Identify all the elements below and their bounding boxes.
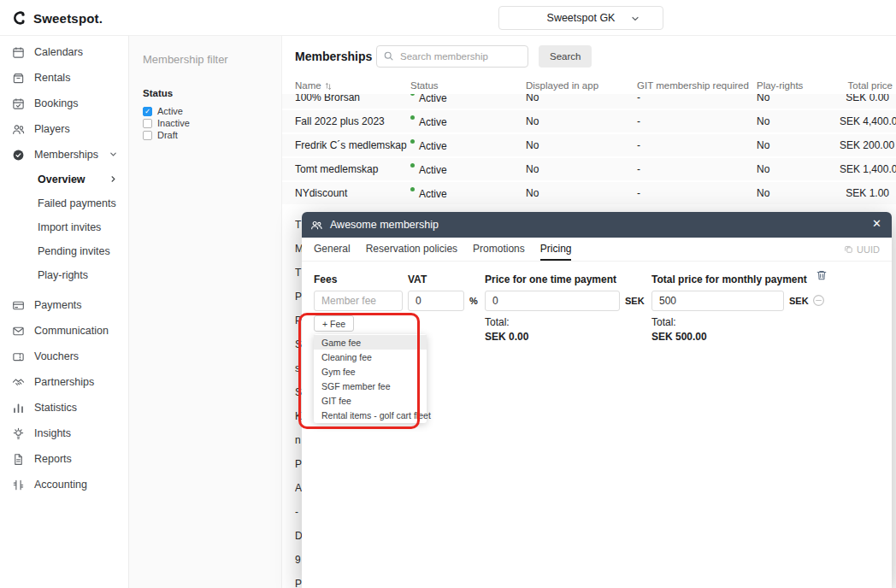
checkbox-unchecked-icon — [143, 119, 152, 128]
table-row[interactable]: NYdiscount Active No - No SEK 1.00 — [282, 182, 896, 204]
search-input[interactable] — [376, 45, 528, 68]
fee-option-cleaning-fee[interactable]: Cleaning fee — [314, 350, 427, 364]
sidebar-item-communication[interactable]: Communication — [0, 318, 128, 344]
sidebar-item-calendars[interactable]: Calendars — [0, 39, 128, 65]
cell-displayed: No — [526, 187, 637, 199]
total-label: Total: — [651, 316, 707, 328]
filter-option-label: Inactive — [157, 118, 190, 128]
sidebar-item-label: Accounting — [34, 479, 87, 491]
column-header-total-price: Total price — [840, 80, 893, 91]
sidebar-item-accounting[interactable]: Accounting — [0, 472, 128, 497]
sidebar-item-memberships[interactable]: Memberships — [0, 142, 128, 168]
sidebar-item-label: Statistics — [34, 402, 77, 414]
one-time-price-input[interactable] — [485, 291, 620, 311]
monthly-total: Total: SEK 500.00 — [651, 316, 707, 343]
column-header-status: Status — [410, 80, 526, 91]
column-header-git: GIT membership required — [637, 80, 757, 91]
table-row[interactable]: Fredrik C´s medlemskap Active No - No SE… — [282, 134, 896, 156]
rentals-icon — [12, 72, 25, 85]
filter-option-draft[interactable]: Draft — [143, 130, 268, 140]
minus-circle-icon — [812, 297, 825, 309]
sidebar-item-import-invites[interactable]: Import invites — [0, 215, 128, 239]
sidebar-item-label: Calendars — [34, 46, 83, 58]
currency-suffix: SEK — [789, 296, 809, 306]
cell-displayed: No — [526, 94, 637, 103]
status-active-dot — [410, 187, 415, 191]
add-fee-button[interactable]: + Fee — [314, 315, 354, 332]
sidebar-item-overview[interactable]: Overview — [0, 168, 128, 191]
fee-option-gym-fee[interactable]: Gym fee — [314, 364, 427, 379]
cell-name: Fredrik C´s medlemskap — [295, 139, 410, 151]
close-icon[interactable]: ✕ — [872, 218, 881, 229]
status-active-dot — [410, 115, 415, 120]
cell-status: Active — [410, 139, 526, 152]
search-button[interactable]: Search — [539, 45, 592, 68]
checkbox-checked-icon: ✓ — [143, 107, 152, 116]
status-active-dot — [410, 94, 415, 96]
tab-promotions[interactable]: Promotions — [473, 238, 525, 261]
column-header-name: Name — [295, 80, 410, 91]
monthly-price-input[interactable] — [651, 291, 784, 311]
document-icon — [12, 453, 25, 466]
club-selector-value: Sweetspot GK — [547, 12, 616, 24]
memberships-icon — [12, 149, 25, 162]
one-time-price-field-group: SEK — [485, 291, 645, 311]
chevron-down-icon — [630, 14, 640, 24]
bar-chart-icon — [12, 402, 25, 415]
sidebar-item-payments[interactable]: Payments — [0, 292, 128, 318]
players-icon — [12, 123, 25, 136]
filter-option-active[interactable]: ✓ Active — [143, 106, 268, 116]
handshake-icon — [12, 376, 25, 389]
checkbox-unchecked-icon — [143, 131, 152, 140]
cell-play-rights: No — [757, 94, 840, 103]
table-row[interactable]: 100% Brorsan Active No - No SEK 0.00 — [282, 94, 896, 109]
fee-option-git-fee[interactable]: GIT fee — [314, 393, 427, 408]
sidebar-item-reports[interactable]: Reports — [0, 446, 128, 472]
sidebar-item-pending-invites[interactable]: Pending invites — [0, 239, 128, 263]
tab-general[interactable]: General — [314, 238, 351, 261]
column-header-displayed: Displayed in app — [526, 80, 637, 91]
sidebar-item-bookings[interactable]: Bookings — [0, 91, 128, 116]
remove-fee-row-button[interactable] — [812, 294, 825, 307]
sidebar-item-rentals[interactable]: Rentals — [0, 65, 128, 91]
table-row[interactable]: Fall 2022 plus 2023 Active No - No SEK 4… — [282, 110, 896, 132]
cell-name: 100% Brorsan — [295, 94, 410, 103]
filter-option-inactive[interactable]: Inactive — [143, 118, 268, 128]
club-selector[interactable]: Sweetspot GK — [498, 6, 663, 30]
sidebar-item-statistics[interactable]: Statistics — [0, 395, 128, 420]
total-label: Total: — [485, 316, 528, 328]
cell-name: NYdiscount — [295, 187, 410, 199]
vat-column-header: VAT — [408, 273, 427, 285]
cell-total-price: SEK 1.00 — [840, 187, 893, 199]
calendar-icon — [12, 46, 25, 59]
tab-reservation-policies[interactable]: Reservation policies — [366, 238, 457, 261]
percent-suffix: % — [469, 296, 478, 306]
sidebar-item-insights[interactable]: Insights — [0, 420, 128, 446]
total-value: SEK 500.00 — [651, 331, 707, 343]
fee-option-game-fee[interactable]: Game fee — [314, 335, 427, 350]
table-header: Name Status Displayed in app GIT members… — [282, 77, 896, 94]
cell-total-price: SEK 4,400.0 — [840, 115, 896, 127]
sort-icon[interactable] — [324, 82, 333, 91]
table-row[interactable]: Tomt medlemskap Active No - No SEK 1,400… — [282, 158, 896, 180]
sidebar-item-failed-payments[interactable]: Failed payments — [0, 191, 128, 215]
fee-option-sgf-member-fee[interactable]: SGF member fee — [314, 379, 427, 393]
sweetspot-logo-icon — [12, 10, 27, 26]
vat-input[interactable] — [408, 291, 464, 311]
fee-name-input[interactable] — [314, 291, 403, 311]
sidebar-item-vouchers[interactable]: Vouchers — [0, 344, 128, 369]
sidebar-subitem-label: Overview — [38, 173, 85, 185]
cell-play-rights: No — [757, 139, 840, 151]
delete-fee-group-button[interactable] — [816, 269, 828, 281]
sidebar-item-play-rights[interactable]: Play-rights — [0, 263, 128, 287]
sidebar-item-partnerships[interactable]: Partnerships — [0, 369, 128, 395]
sidebar: Calendars Rentals Bookings Players Membe… — [0, 36, 128, 588]
sidebar-item-players[interactable]: Players — [0, 116, 128, 142]
tab-pricing[interactable]: Pricing — [540, 238, 572, 261]
cell-total-price: SEK 1,400.0 — [840, 163, 896, 175]
uuid-button[interactable]: UUID — [844, 238, 880, 261]
one-time-total: Total: SEK 0.00 — [485, 316, 528, 343]
fee-option-rental-items[interactable]: Rental items - golf cart fleet — [314, 408, 427, 422]
cell-git: - — [637, 115, 757, 127]
modal-header: Awesome membership ✕ — [302, 212, 892, 238]
